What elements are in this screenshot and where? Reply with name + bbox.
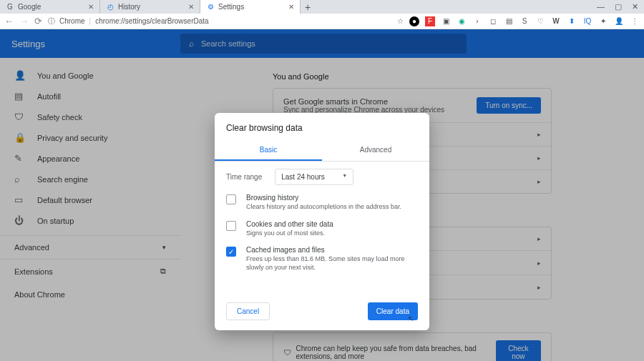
maximize-button[interactable]: ▢	[615, 2, 622, 11]
ext-icon[interactable]: ♡	[535, 16, 545, 26]
url-path: chrome://settings/clearBrowserData	[95, 17, 208, 25]
profile-icon[interactable]: 👤	[614, 16, 624, 26]
browser-toolbar: ← → ⟳ ⓘ Chrome | chrome://settings/clear…	[0, 14, 644, 29]
google-icon: G	[6, 3, 14, 11]
time-range-select[interactable]: Last 24 hours	[275, 169, 353, 185]
ext-icon[interactable]: ●	[409, 16, 419, 26]
ext-icon[interactable]: ◻	[488, 16, 498, 26]
tab-basic[interactable]: Basic	[215, 140, 322, 161]
menu-icon[interactable]: ⋮	[630, 16, 640, 26]
time-range-label: Time range	[226, 173, 262, 181]
back-button[interactable]: ←	[4, 16, 14, 26]
ext-icon[interactable]: ▣	[441, 16, 451, 26]
ext-icon[interactable]: ◉	[457, 16, 467, 26]
clear-browsing-data-dialog: Clear browsing data Basic Advanced Time …	[215, 113, 429, 330]
ext-icon[interactable]: ▤	[504, 16, 514, 26]
new-tab-button[interactable]: +	[301, 1, 315, 13]
checkbox[interactable]	[226, 221, 236, 231]
browser-tab-settings[interactable]: ⚙ Settings ✕	[200, 0, 301, 14]
checkbox[interactable]	[226, 194, 236, 204]
tab-label: History	[118, 3, 140, 11]
clear-data-button[interactable]: Clear data	[368, 302, 418, 320]
forward-button[interactable]: →	[19, 16, 29, 26]
close-icon[interactable]: ✕	[188, 3, 194, 11]
site-info-icon[interactable]: ⓘ	[48, 16, 55, 26]
ext-icon[interactable]: F	[425, 16, 435, 26]
check-browsing-history[interactable]: Browsing history Clears history and auto…	[226, 194, 418, 212]
url-scheme: Chrome	[59, 17, 85, 25]
modal-scrim: Clear browsing data Basic Advanced Time …	[0, 29, 644, 361]
ext-icon[interactable]: ›	[472, 16, 482, 26]
browser-tab-history[interactable]: ◴ History ✕	[100, 0, 200, 14]
close-icon[interactable]: ✕	[88, 3, 94, 11]
tab-advanced[interactable]: Advanced	[322, 140, 429, 161]
dialog-title: Clear browsing data	[215, 113, 429, 140]
cancel-button[interactable]: Cancel	[226, 302, 270, 320]
browser-tab-strip: G Google ✕ ◴ History ✕ ⚙ Settings ✕ + — …	[0, 0, 644, 14]
minimize-button[interactable]: —	[597, 2, 605, 11]
address-bar[interactable]: ⓘ Chrome | chrome://settings/clearBrowse…	[48, 16, 404, 26]
ext-icon[interactable]: ⬍	[567, 16, 577, 26]
ext-icon[interactable]: W	[551, 16, 561, 26]
bookmark-icon[interactable]: ☆	[397, 17, 404, 25]
reload-button[interactable]: ⟳	[34, 16, 42, 26]
dialog-tabs: Basic Advanced	[215, 140, 429, 162]
history-icon: ◴	[106, 3, 114, 11]
check-cached[interactable]: ✓ Cached images and files Frees up less …	[226, 246, 418, 272]
extensions-icon[interactable]: ✦	[598, 16, 608, 26]
tab-label: Google	[18, 3, 41, 11]
close-window-button[interactable]: ✕	[632, 2, 638, 11]
gear-icon: ⚙	[206, 3, 215, 11]
check-cookies[interactable]: Cookies and other site data Signs you ou…	[226, 220, 418, 238]
tab-label: Settings	[218, 3, 244, 11]
checkbox-checked[interactable]: ✓	[226, 247, 236, 257]
close-icon[interactable]: ✕	[288, 3, 294, 11]
time-range-row: Time range Last 24 hours	[226, 169, 418, 185]
ext-icon[interactable]: S	[519, 16, 530, 26]
browser-tab-google[interactable]: G Google ✕	[0, 0, 100, 14]
ext-icon[interactable]: IQ	[582, 16, 592, 26]
